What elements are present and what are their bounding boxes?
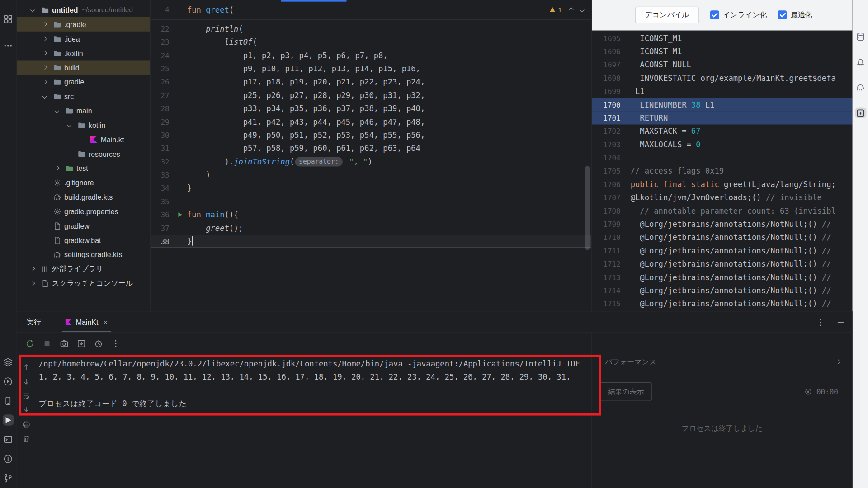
run-configurations-icon[interactable] — [3, 375, 14, 386]
bytecode-line-1704[interactable]: 1704 — [592, 151, 853, 164]
code-line[interactable]: p33, p34, p35, p36, p37, p38, p39, p40, — [187, 102, 425, 115]
bytecode-line-1714[interactable]: 1714 @Lorg/jetbrains/annotations/NotNull… — [592, 284, 853, 297]
code-line[interactable]: p25, p26, p27, p28, p29, p30, p31, p32, — [187, 89, 425, 102]
line-number[interactable]: 29 — [151, 117, 173, 126]
line-number[interactable]: 33 — [151, 171, 173, 179]
bytecode-line-1699[interactable]: 1699 L1 — [592, 84, 853, 98]
chevron-down-icon[interactable] — [51, 109, 63, 113]
notifications-icon[interactable] — [855, 56, 866, 67]
tree-item-main[interactable]: main — [17, 103, 150, 118]
chevron-down-icon[interactable] — [63, 123, 75, 127]
bytecode-line-1713[interactable]: 1713 @Lorg/jetbrains/annotations/NotNull… — [592, 271, 853, 284]
profiler-icon[interactable] — [3, 395, 14, 406]
soft-wrap-icon[interactable] — [20, 390, 31, 401]
code-line[interactable]: } — [187, 235, 193, 248]
code-line[interactable]: p41, p42, p43, p44, p45, p46, p47, p48, — [187, 115, 425, 128]
code-line[interactable]: ).joinToString(separator: ", ") — [187, 155, 373, 168]
tree-item-.kotlin[interactable]: .kotlin — [17, 46, 150, 61]
bytecode-line-1709[interactable]: 1709 @Lorg/jetbrains/annotations/NotNull… — [592, 217, 853, 230]
tree-item-.idea[interactable]: .idea — [17, 32, 150, 46]
bytecode-line-1708[interactable]: 1708 // annotable parameter count: 63 (i… — [592, 204, 853, 217]
editor-line-36[interactable]: 36fun main(){ — [151, 208, 591, 221]
tree-item-main.kt[interactable]: Main.kt — [17, 132, 150, 147]
bytecode-line-1702[interactable]: 1702 MAXSTACK = 67 — [592, 125, 853, 138]
editor-scrollbar[interactable] — [585, 166, 590, 250]
editor-line-25[interactable]: 25 p9, p10, p11, p12, p13, p14, p15, p16… — [151, 62, 591, 75]
stop-icon[interactable] — [42, 338, 52, 349]
bytecode-line-1710[interactable]: 1710 @Lorg/jetbrains/annotations/NotNull… — [592, 231, 853, 244]
editor-line-35[interactable]: 35 — [151, 195, 591, 208]
chevron-right-icon[interactable] — [51, 167, 63, 170]
line-number[interactable]: 38 — [151, 237, 173, 245]
tree-item-settings.gradle.kts[interactable]: settings.gradle.kts — [17, 247, 150, 262]
tree-item-kotlin[interactable]: kotlin — [17, 118, 150, 132]
line-number[interactable]: 34 — [151, 184, 173, 192]
chevron-right-icon[interactable] — [27, 267, 39, 271]
editor-line-34[interactable]: 34} — [151, 182, 591, 195]
problems-icon[interactable] — [3, 453, 14, 464]
editor-line-26[interactable]: 26 p17, p18, p19, p20, p21, p22, p23, p2… — [151, 75, 591, 89]
tree-item-.gradle[interactable]: .gradle — [17, 17, 150, 32]
bytecode-line-1712[interactable]: 1712 @Lorg/jetbrains/annotations/NotNull… — [592, 257, 853, 270]
code-line[interactable]: fun main(){ — [187, 208, 239, 221]
line-number[interactable]: 23 — [151, 38, 173, 46]
line-number[interactable]: 37 — [151, 224, 173, 232]
tree-item-build.gradle.kts[interactable]: build.gradle.kts — [17, 190, 150, 204]
tree-item-gradle.properties[interactable]: gradle.properties — [17, 204, 150, 219]
hide-panel-icon[interactable] — [835, 316, 846, 327]
code-line[interactable]: fun greet( — [187, 3, 234, 16]
run-icon[interactable] — [3, 414, 14, 425]
tree-item-test[interactable]: test — [17, 161, 150, 175]
import-result-icon[interactable] — [76, 338, 87, 349]
next-problem-icon[interactable] — [580, 8, 584, 12]
code-editor[interactable]: 4 fun greet( 1 22 println(23 listOf(24 p… — [151, 0, 591, 311]
decompile-button[interactable]: デコンパイル — [635, 7, 699, 23]
bytecode-line-1706[interactable]: 1706public final static greet(Ljava/lang… — [592, 178, 853, 191]
chevron-down-icon[interactable] — [39, 95, 51, 98]
line-number[interactable]: 27 — [151, 91, 173, 99]
line-number[interactable]: 31 — [151, 144, 173, 152]
chevron-right-icon[interactable] — [39, 66, 51, 69]
editor-line-30[interactable]: 30 p49, p50, p51, p52, p53, p54, p55, p5… — [151, 128, 591, 141]
tree-item-item-18[interactable]: 外部ライブラリ — [17, 262, 150, 276]
version-control-icon[interactable] — [3, 473, 14, 483]
console-output[interactable]: /opt/homebrew/Cellar/openjdk/23.0.2/libe… — [39, 357, 591, 488]
clear-console-icon[interactable] — [20, 433, 31, 444]
tree-item-gradlew[interactable]: gradlew — [17, 219, 150, 233]
code-line[interactable]: p9, p10, p11, p12, p13, p14, p15, p16, — [187, 62, 420, 75]
editor-line-29[interactable]: 29 p41, p42, p43, p44, p45, p46, p47, p4… — [151, 115, 591, 128]
code-line[interactable]: ) — [187, 168, 211, 181]
code-line[interactable]: println( — [187, 22, 243, 35]
database-icon[interactable] — [855, 31, 866, 42]
bytecode-line-1697[interactable]: 1697 ACONST_NULL — [592, 58, 853, 71]
close-tab-icon[interactable]: × — [103, 318, 108, 327]
editor-line-24[interactable]: 24 p1, p2, p3, p4, p5, p6, p7, p8, — [151, 49, 591, 62]
code-line[interactable]: listOf( — [187, 35, 257, 48]
bytecode-line-1696[interactable]: 1696 ICONST_M1 — [592, 45, 853, 58]
gradle-icon[interactable] — [855, 82, 866, 93]
test-history-icon[interactable] — [93, 338, 104, 349]
tree-item-src[interactable]: src — [17, 89, 150, 103]
tool-windows-icon[interactable] — [3, 13, 14, 24]
line-number[interactable]: 35 — [151, 197, 173, 206]
bytecode-line-1703[interactable]: 1703 MAXLOCALS = 0 — [592, 138, 853, 151]
more-tools-icon[interactable] — [3, 40, 14, 51]
bytecode-tool-icon[interactable] — [855, 108, 866, 118]
code-line[interactable]: } — [187, 182, 192, 195]
editor-line-28[interactable]: 28 p33, p34, p35, p36, p37, p38, p39, p4… — [151, 102, 591, 115]
chevron-right-icon[interactable] — [39, 37, 51, 40]
print-icon[interactable] — [20, 419, 31, 430]
editor-line-31[interactable]: 31 p57, p58, p59, p60, p61, p62, p63, p6… — [151, 141, 591, 155]
more-options-icon[interactable] — [110, 338, 121, 349]
line-number[interactable]: 24 — [151, 51, 173, 59]
tree-item-gradlew.bat[interactable]: gradlew.bat — [17, 233, 150, 248]
editor-line-37[interactable]: 37 greet(); — [151, 221, 591, 235]
editor-line-22[interactable]: 22 println( — [151, 22, 591, 35]
bytecode-line-1707[interactable]: 1707@Lkotlin/jvm/JvmOverloads;() // invi… — [592, 191, 853, 204]
tree-item-.gitignore[interactable]: .gitignore — [17, 175, 150, 190]
bytecode-line-1700[interactable]: 1700 LINENUMBER 38 L1 — [592, 98, 853, 111]
dump-threads-icon[interactable] — [59, 338, 70, 349]
optimize-checkbox[interactable]: 最適化 — [778, 10, 812, 20]
rerun-icon[interactable] — [24, 338, 35, 349]
checkbox-checked-icon[interactable] — [778, 10, 787, 19]
